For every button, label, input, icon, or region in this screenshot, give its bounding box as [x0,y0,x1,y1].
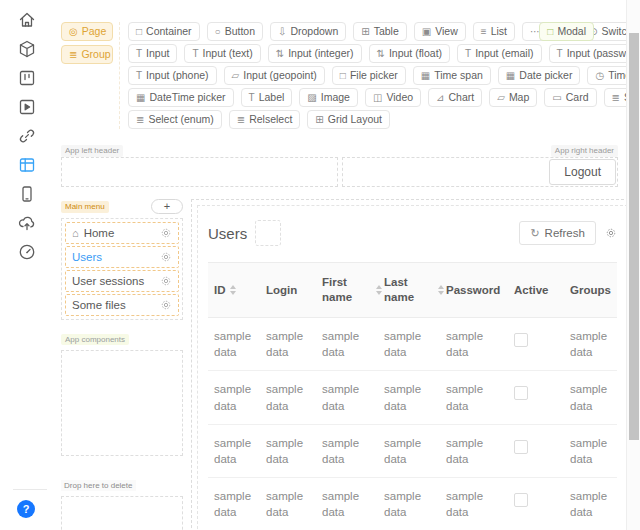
menu-item-gear-icon[interactable] [160,299,172,311]
cell-password: sample data [446,488,500,520]
active-checkbox[interactable] [514,333,528,347]
drop-to-delete-zone[interactable] [61,496,183,530]
component-button-relselect[interactable]: ≣Relselect [229,110,301,129]
component-button-card[interactable]: ▭Card [544,88,596,107]
component-button-file-picker[interactable]: □File picker [332,66,406,85]
component-button-label: Container [146,26,192,37]
users-table-component[interactable]: Users ↻ Refresh IDLoginFirst nameLast na… [197,205,628,530]
component-button-input-phone[interactable]: TInput (phone) [128,66,217,85]
cell-login: sample data [266,328,320,360]
component-button-input-text[interactable]: TInput (text) [184,44,260,63]
component-button-dropdown[interactable]: ⇩Dropdown [270,22,346,41]
component-button-map[interactable]: ▱Map [489,88,537,107]
phone-icon[interactable] [17,184,37,204]
left-panel: Main menu + ⌂HomeUsersUser sessionsSome … [61,199,183,530]
component-button-button[interactable]: ○Button [207,22,263,41]
menu-item-gear-icon[interactable] [160,227,172,239]
layout-icon[interactable] [17,155,37,175]
menu-item-label: Users [72,251,102,263]
image-icon: ▨ [307,93,316,103]
table-body: sample datasample datasample datasample … [208,318,617,530]
menu-item-gear-icon[interactable] [160,275,172,287]
active-checkbox[interactable] [514,493,528,507]
component-button-table[interactable]: ⊞Table [353,22,407,41]
menu-item-user-sessions[interactable]: User sessions [65,270,179,292]
menu-item-users[interactable]: Users [65,246,179,268]
menu-item-gear-icon[interactable] [160,251,172,263]
input-email-icon: T [465,49,471,59]
sort-carets-icon[interactable] [376,285,382,295]
component-button-grid-layout[interactable]: ⊞Grid Layout [307,110,390,129]
input-float-icon: ⇅ [377,49,385,59]
cube-icon[interactable] [17,39,37,59]
app-components-dropzone[interactable] [61,350,183,456]
component-button-group[interactable]: ≣Group [61,45,113,64]
menu-item-some-files[interactable]: Some files [65,294,179,316]
table-row[interactable]: sample datasample datasample datasample … [208,371,617,424]
page-canvas[interactable]: Users ↻ Refresh IDLoginFirst nameLast na… [191,199,634,530]
active-checkbox[interactable] [514,440,528,454]
title-badge-placeholder[interactable] [255,220,281,246]
scrollbar-thumb[interactable] [629,33,639,440]
cell-active [514,488,568,520]
component-button-chart[interactable]: ⊿Chart [428,88,482,107]
link-icon[interactable] [17,126,37,146]
cloud-upload-icon[interactable] [17,213,37,233]
table-row[interactable]: sample datasample datasample datasample … [208,478,617,530]
page-scrollbar[interactable] [626,0,640,530]
component-button-datetime-picker[interactable]: ▦DateTime picker [128,88,234,107]
app-components-label: App components [61,334,129,345]
component-button-input[interactable]: TInput [128,44,177,63]
component-button-input-integer[interactable]: ⇅Input (integer) [268,44,362,63]
component-button-time-span[interactable]: ▦Time span [413,66,491,85]
component-button-select-enum[interactable]: ≣Select (enum) [128,110,222,129]
column-header-id[interactable]: ID [214,275,264,305]
file-picker-icon: □ [340,71,346,81]
chart-icon: ⊿ [436,93,444,103]
component-button-label[interactable]: TLabel [241,88,293,107]
toolbar-left-column: ◎Page≣Group [61,22,113,129]
cell-first-name: sample data [322,328,376,360]
help-button[interactable]: ? [17,500,35,518]
cell-groups: sample data [570,381,611,413]
component-button-container[interactable]: □Container [128,22,200,41]
cell-password: sample data [446,381,500,413]
component-button-modal[interactable]: □Modal [539,22,594,41]
component-toolbar: ◎Page≣Group □Container○Button⇩Dropdown⊞T… [61,22,618,129]
component-button-video[interactable]: ◫Video [365,88,421,107]
component-button-input-float[interactable]: ⇅Input (float) [369,44,451,63]
component-button-image[interactable]: ▨Image [299,88,358,107]
column-header-last-name[interactable]: Last name [384,275,444,305]
component-button-input-email[interactable]: TInput (email) [457,44,541,63]
sort-carets-icon[interactable] [438,285,444,295]
app-left-header-dropzone[interactable] [61,157,338,187]
menu-item-label: User sessions [72,275,144,287]
component-button-input-geopoint[interactable]: ▱Input (geopoint) [224,66,325,85]
table-row[interactable]: sample datasample datasample datasample … [208,425,617,478]
component-button-label: List [491,26,507,37]
table-row[interactable]: sample datasample datasample datasample … [208,318,617,371]
table-settings-gear-icon[interactable] [605,227,617,239]
component-button-label: Video [386,92,413,103]
kanban-icon[interactable] [17,68,37,88]
component-button-label: Select (enum) [148,114,213,125]
add-menu-item-button[interactable]: + [151,199,183,214]
gauge-icon[interactable] [17,242,37,262]
component-button-date-picker[interactable]: ▦Date picker [498,66,581,85]
menu-item-home[interactable]: ⌂Home [65,222,179,244]
sort-carets-icon[interactable] [230,285,236,295]
component-button-page[interactable]: ◎Page [61,22,113,41]
component-button-list[interactable]: ≡List [473,22,515,41]
active-checkbox[interactable] [514,386,528,400]
column-header-groups: Groups [570,275,611,305]
component-button-label: Grid Layout [328,114,382,125]
app-right-header-dropzone[interactable]: Logout [342,157,619,187]
refresh-button[interactable]: ↻ Refresh [519,221,596,245]
play-icon[interactable] [17,97,37,117]
component-button-view[interactable]: ▣View [414,22,466,41]
column-header-first-name[interactable]: First name [322,275,382,305]
cell-first-name: sample data [322,381,376,413]
main-menu-label: Main menu [61,201,109,213]
logout-button[interactable]: Logout [549,159,616,185]
home-icon[interactable] [17,10,37,30]
